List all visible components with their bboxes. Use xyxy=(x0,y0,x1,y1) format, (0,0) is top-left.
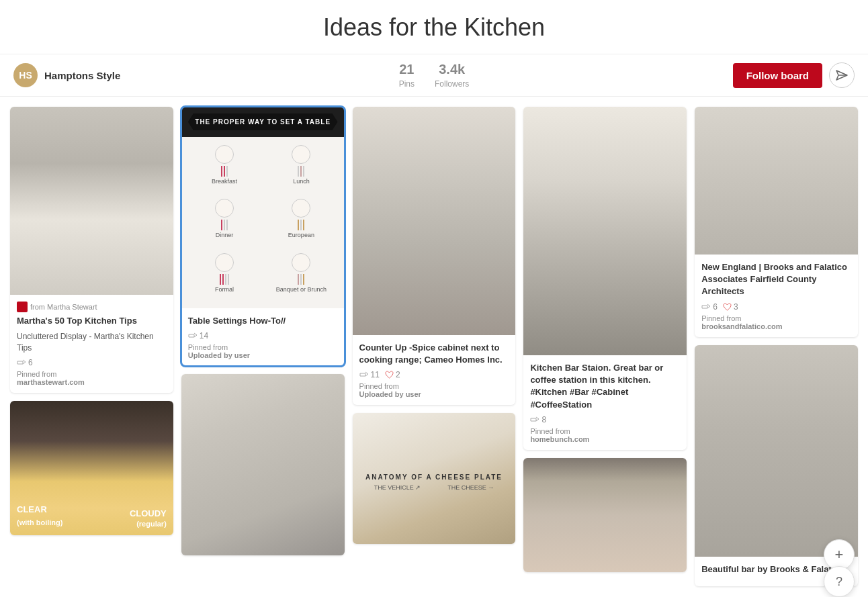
pin-meta-cabinet: 11 2 xyxy=(359,370,509,379)
repin-count-kitchen-bar: 8 xyxy=(530,415,546,424)
follow-board-button[interactable]: Follow board xyxy=(733,63,822,88)
pin-card-kitchen-bar[interactable]: Kitchen Bar Staion. Great bar or coffee … xyxy=(523,107,687,450)
pin-meta-table-setting: 14 xyxy=(188,331,338,340)
repin-count-martha: 6 xyxy=(17,358,33,367)
send-button[interactable] xyxy=(829,62,855,88)
heart-count-cabinet: 2 xyxy=(385,370,400,379)
pin-meta-kitchen-bar: 8 xyxy=(530,415,680,424)
followers-label: Followers xyxy=(435,79,469,89)
pin-title-kitchen-bar: Kitchen Bar Staion. Great bar or coffee … xyxy=(530,362,680,411)
pin-source-ne-kitchen: Pinned from brooksandfalatico.com xyxy=(701,314,851,330)
repin-icon-5 xyxy=(701,303,711,311)
help-button[interactable]: ? xyxy=(824,566,855,596)
pin-title-cabinet: Counter Up -Spice cabinet next to cookin… xyxy=(359,342,509,366)
followers-stat: 3.4k Followers xyxy=(435,62,469,89)
repin-count-table-setting: 14 xyxy=(188,331,208,340)
pin-image-cabinet xyxy=(353,107,516,335)
martha-badge-icon xyxy=(17,302,28,312)
pin-source-kitchen-bar: Pinned from homebunch.com xyxy=(530,427,680,443)
pin-info-ne-kitchen: New England | Brooks and Falatico Associ… xyxy=(695,255,858,337)
setting-formal: Formal xyxy=(189,253,259,300)
repin-icon xyxy=(17,359,26,367)
setting-dinner: Dinner xyxy=(189,199,259,246)
pin-card-tags[interactable] xyxy=(523,458,687,572)
owner-name: Hamptons Style xyxy=(44,70,120,81)
pin-info: from Martha Stewart Martha's 50 Top Kitc… xyxy=(10,295,173,393)
table-setting-header-bar: THE PROPER WAY TO SET A TABLE xyxy=(181,107,345,137)
pin-info-cabinet: Counter Up -Spice cabinet next to cookin… xyxy=(353,335,516,405)
pins-stat: 21 Pins xyxy=(399,62,415,89)
freezer-cloudy-text: CLOUDY(regular) xyxy=(130,508,167,529)
pin-meta-martha: 6 xyxy=(17,358,167,367)
heart-icon-ne-kitchen xyxy=(723,303,732,311)
heart-count-ne-kitchen: 3 xyxy=(723,302,738,312)
cheese-plate-labels: THE VEHICLE ↗ THE CHEESE → xyxy=(364,484,505,491)
pin-title-martha: Martha's 50 Top Kitchen Tips xyxy=(17,315,167,327)
setting-banquet: Banquet or Brunch xyxy=(266,253,336,300)
pin-card-drawer[interactable] xyxy=(181,374,345,555)
pin-description-martha: Uncluttered Display - Martha's Kitchen T… xyxy=(17,331,167,354)
pin-card-cheese[interactable]: ANATOMY OF A CHEESE PLATE THE VEHICLE ↗ … xyxy=(353,413,516,544)
banner-text: THE PROPER WAY TO SET A TABLE xyxy=(188,113,338,130)
column-5: New England | Brooks and Falatico Associ… xyxy=(695,107,858,586)
column-2: THE PROPER WAY TO SET A TABLE Breakfast xyxy=(181,107,345,555)
repin-icon-2 xyxy=(188,332,198,340)
pin-title-table-setting: Table Settings How-To// xyxy=(188,315,338,327)
pin-source-cabinet: Pinned from Uploaded by user xyxy=(359,382,509,398)
pin-card-table-setting[interactable]: THE PROPER WAY TO SET A TABLE Breakfast xyxy=(181,107,345,366)
setting-breakfast: Breakfast xyxy=(189,145,259,192)
board-stats: 21 Pins 3.4k Followers xyxy=(399,62,470,89)
pin-image-cheese: ANATOMY OF A CHEESE PLATE THE VEHICLE ↗ … xyxy=(353,413,516,544)
pin-meta-ne-kitchen: 6 3 xyxy=(701,302,851,312)
pins-label: Pins xyxy=(399,79,415,89)
heart-icon-cabinet xyxy=(385,371,394,379)
pins-grid: from Martha Stewart Martha's 50 Top Kitc… xyxy=(0,97,868,596)
send-icon xyxy=(836,70,848,81)
page-title: Ideas for the Kitchen xyxy=(0,0,868,54)
pin-info-table-setting: Table Settings How-To// 14 Pinned from U… xyxy=(181,308,345,366)
pin-image-table-setting: THE PROPER WAY TO SET A TABLE Breakfast xyxy=(181,107,345,308)
pin-image-tags xyxy=(523,458,687,572)
vehicle-label: THE VEHICLE ↗ xyxy=(374,484,421,491)
pin-info-kitchen-bar: Kitchen Bar Staion. Great bar or coffee … xyxy=(523,355,687,450)
setting-european: European xyxy=(266,199,336,246)
cheese-label: THE CHEESE → xyxy=(447,484,494,491)
pin-image-drawer xyxy=(181,374,345,555)
pin-image-ne-kitchen xyxy=(695,107,858,255)
board-actions: Follow board xyxy=(733,62,855,88)
repin-count-cabinet: 11 xyxy=(359,370,380,379)
pin-title-ne-kitchen: New England | Brooks and Falatico Associ… xyxy=(701,261,851,298)
pin-card-martha[interactable]: from Martha Stewart Martha's 50 Top Kitc… xyxy=(10,107,173,393)
pin-image-kitchen-bar xyxy=(523,107,687,355)
board-owner[interactable]: HS Hamptons Style xyxy=(13,63,120,87)
pin-card-freezer[interactable]: CLEAR(with boiling) CLOUDY(regular) xyxy=(10,401,173,535)
from-text: from Martha Stewart xyxy=(30,303,97,311)
pin-card-ne-kitchen[interactable]: New England | Brooks and Falatico Associ… xyxy=(695,107,858,337)
pin-image-kitchen1 xyxy=(10,107,173,295)
board-header: HS Hamptons Style 21 Pins 3.4k Followers… xyxy=(0,54,868,97)
setting-lunch: Lunch xyxy=(266,145,336,192)
pin-source-table-setting: Pinned from Uploaded by user xyxy=(188,343,338,359)
pins-count: 21 xyxy=(399,62,415,77)
repin-icon-4 xyxy=(530,416,539,424)
setting-grid: Breakfast Lunch xyxy=(181,137,345,308)
pin-image-bar-room xyxy=(695,345,858,557)
avatar: HS xyxy=(13,63,38,87)
column-1: from Martha Stewart Martha's 50 Top Kitc… xyxy=(10,107,173,535)
pin-card-spice-cabinet[interactable]: Counter Up -Spice cabinet next to cookin… xyxy=(353,107,516,405)
column-3: Counter Up -Spice cabinet next to cookin… xyxy=(353,107,516,544)
repin-icon-3 xyxy=(359,371,369,379)
from-label: from Martha Stewart xyxy=(17,302,167,312)
repin-count-ne-kitchen: 6 xyxy=(701,302,718,312)
pin-source-martha: Pinned from marthastewart.com xyxy=(17,370,167,386)
pin-image-freezer: CLEAR(with boiling) CLOUDY(regular) xyxy=(10,401,173,535)
followers-count: 3.4k xyxy=(435,62,469,77)
column-4: Kitchen Bar Staion. Great bar or coffee … xyxy=(523,107,687,572)
